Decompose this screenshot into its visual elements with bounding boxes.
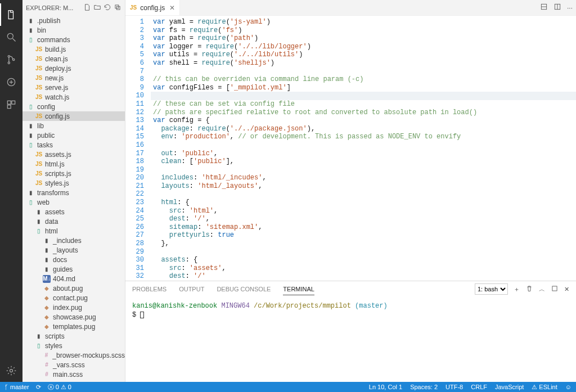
- status-sync[interactable]: ⟳: [36, 384, 41, 391]
- debug-icon[interactable]: [0, 71, 22, 93]
- close-icon[interactable]: ✕: [169, 4, 175, 12]
- tree-item[interactable]: JSscripts.js: [22, 169, 125, 178]
- tree-item-label: .publish: [37, 17, 60, 25]
- terminal[interactable]: kanis@kanishk-zenbook MINGW64 /c/Work/pr…: [125, 297, 576, 382]
- js-file-icon: JS: [130, 4, 137, 11]
- tree-item-label: assets: [45, 208, 65, 216]
- tree-item[interactable]: ▮public: [22, 130, 125, 140]
- editor[interactable]: 1234567891011121314151617181920212223242…: [125, 16, 576, 281]
- tree-item-label: _browser-mockups.scss: [52, 352, 125, 359]
- tree-item-label: build.js: [45, 46, 66, 53]
- tree-item[interactable]: ▮lib: [22, 121, 125, 130]
- tab-terminal[interactable]: TERMINAL: [283, 283, 314, 295]
- status-spaces[interactable]: Spaces: 2: [410, 384, 438, 391]
- tree-item-label: templates.pug: [53, 323, 95, 331]
- terminal-shell-select[interactable]: 1: bash: [475, 283, 508, 295]
- source-control-icon[interactable]: [0, 48, 22, 71]
- svg-rect-6: [7, 101, 11, 104]
- file-tree[interactable]: ▮.publish▮bin▯commandsJSbuild.jsJSclean.…: [22, 16, 125, 382]
- status-feedback-icon[interactable]: ☺: [565, 384, 572, 391]
- status-branch[interactable]: ᚶmaster: [4, 384, 29, 390]
- svg-point-0: [7, 33, 13, 39]
- tree-item[interactable]: ▯tasks: [22, 140, 125, 150]
- tree-item-label: styles: [45, 342, 62, 350]
- status-eol[interactable]: CRLF: [471, 384, 487, 391]
- tree-item[interactable]: ▮transforms: [22, 188, 125, 197]
- tree-item[interactable]: ▮_includes: [22, 236, 125, 245]
- tab-debug-console[interactable]: DEBUG CONSOLE: [217, 283, 271, 295]
- tree-item[interactable]: ▮data: [22, 217, 125, 226]
- tree-item[interactable]: JSstyles.js: [22, 178, 125, 188]
- tree-item[interactable]: M↓404.md: [22, 274, 125, 283]
- tree-item[interactable]: JSconfig.js: [22, 111, 125, 121]
- tree-item[interactable]: #main.scss: [22, 370, 125, 379]
- tree-item[interactable]: ▮.publish: [22, 16, 125, 25]
- close-panel-icon[interactable]: ✕: [564, 286, 569, 293]
- status-ln-col[interactable]: Ln 10, Col 1: [369, 384, 402, 391]
- tab-label: config.js: [140, 4, 165, 12]
- tree-item[interactable]: ◆templates.pug: [22, 322, 125, 331]
- tree-item[interactable]: ◆about.pug: [22, 283, 125, 293]
- tree-item-label: deploy.js: [45, 65, 71, 73]
- collapse-icon[interactable]: [114, 3, 122, 12]
- status-eslint[interactable]: ⚠ESLint: [532, 384, 557, 391]
- status-language[interactable]: JavaScript: [495, 384, 524, 391]
- tree-item[interactable]: ▮docs: [22, 255, 125, 264]
- tab-problems[interactable]: PROBLEMS: [132, 283, 166, 295]
- svg-point-9: [10, 370, 13, 372]
- svg-rect-11: [116, 6, 120, 10]
- kill-terminal-icon[interactable]: [525, 285, 533, 294]
- new-folder-icon[interactable]: [93, 3, 101, 12]
- tree-item[interactable]: ▯web: [22, 197, 125, 207]
- panel-up-icon[interactable]: ︿: [539, 285, 545, 294]
- tree-item[interactable]: ◆showcase.pug: [22, 312, 125, 322]
- tree-item-label: _vars.scss: [53, 361, 85, 369]
- svg-line-1: [13, 39, 16, 42]
- settings-gear-icon[interactable]: [0, 359, 22, 382]
- code-content[interactable]: var yaml = require('js-yaml')var fs = re…: [151, 16, 576, 281]
- tree-item[interactable]: ◆contact.pug: [22, 293, 125, 303]
- tree-item[interactable]: JShtml.js: [22, 159, 125, 169]
- tree-item[interactable]: ▮assets: [22, 207, 125, 217]
- refresh-icon[interactable]: [104, 3, 111, 12]
- tree-item[interactable]: ▮_layouts: [22, 245, 125, 255]
- split-right-icon[interactable]: [554, 3, 561, 12]
- tree-item[interactable]: JSdeploy.js: [22, 64, 125, 73]
- terminal-path: /c/Work/projects/mmpilot: [254, 302, 351, 310]
- tree-item[interactable]: ◆index.pug: [22, 303, 125, 312]
- new-terminal-icon[interactable]: ＋: [514, 285, 520, 294]
- more-icon[interactable]: ···: [567, 4, 573, 12]
- tree-item-label: 404.md: [53, 275, 75, 283]
- tree-item[interactable]: ▯commands: [22, 35, 125, 44]
- tree-item[interactable]: JSclean.js: [22, 54, 125, 64]
- tree-item-label: data: [45, 218, 58, 226]
- extensions-icon[interactable]: [0, 93, 22, 116]
- tree-item[interactable]: ▯styles: [22, 341, 125, 350]
- tree-item[interactable]: JSnew.js: [22, 73, 125, 83]
- sidebar-title: EXPLORER: M...: [26, 4, 81, 11]
- explorer-icon[interactable]: [0, 3, 22, 26]
- tab-config-js[interactable]: JS config.js ✕: [125, 0, 180, 15]
- tree-item[interactable]: JSwatch.js: [22, 92, 125, 102]
- tree-item[interactable]: JSbuild.js: [22, 44, 125, 54]
- panel-tabs: PROBLEMS OUTPUT DEBUG CONSOLE TERMINAL 1…: [125, 281, 576, 297]
- tree-item[interactable]: JSassets.js: [22, 150, 125, 159]
- tree-item[interactable]: JSserve.js: [22, 83, 125, 92]
- tab-output[interactable]: OUTPUT: [179, 283, 204, 295]
- tree-item[interactable]: ▯html: [22, 226, 125, 236]
- tree-item[interactable]: ▮bin: [22, 25, 125, 35]
- tree-item[interactable]: ▮guides: [22, 264, 125, 274]
- new-file-icon[interactable]: [83, 3, 91, 12]
- tree-item[interactable]: #_browser-mockups.scss: [22, 350, 125, 360]
- status-errors[interactable]: ⓧ0 ⚠0: [48, 383, 71, 391]
- tree-item-label: watch.js: [45, 93, 69, 101]
- tab-bar: JS config.js ✕ ···: [125, 0, 576, 16]
- split-down-icon[interactable]: [540, 3, 548, 12]
- status-encoding[interactable]: UTF-8: [446, 384, 463, 391]
- tree-item-label: contact.pug: [53, 294, 88, 302]
- tree-item[interactable]: ▯config: [22, 102, 125, 111]
- tree-item[interactable]: ▮scripts: [22, 331, 125, 341]
- tree-item[interactable]: #_vars.scss: [22, 360, 125, 370]
- search-icon[interactable]: [0, 26, 22, 48]
- maximize-panel-icon[interactable]: [551, 285, 559, 294]
